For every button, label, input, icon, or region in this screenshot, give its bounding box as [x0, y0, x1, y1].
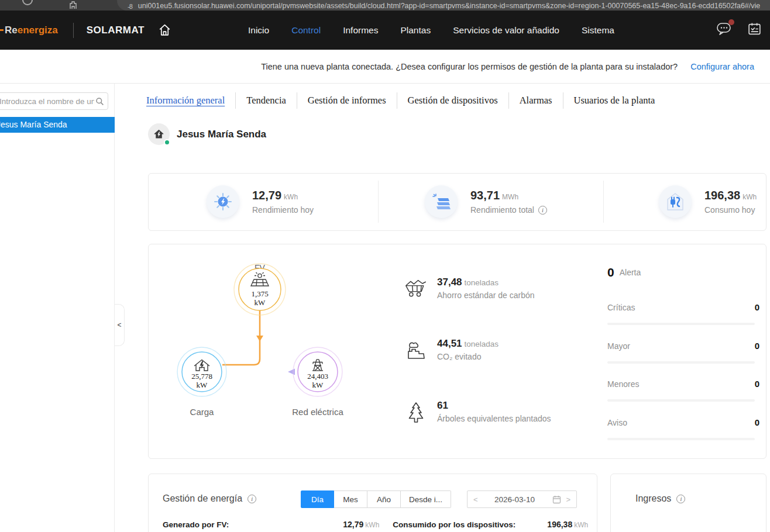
- nav-plantas[interactable]: Plantas: [400, 25, 431, 36]
- generated-unit: kWh: [365, 521, 379, 529]
- nav-sistema[interactable]: Sistema: [582, 25, 614, 36]
- date-next-arrow[interactable]: >: [566, 495, 570, 504]
- search-icon[interactable]: [95, 97, 104, 106]
- plant-online-status-dot: [164, 139, 170, 146]
- app-header: Reenergiza SOLARMAT Inicio Control Infor…: [0, 11, 770, 50]
- calendar-icon[interactable]: [552, 495, 561, 504]
- trees-label: Árboles equivalentes plantados: [437, 414, 551, 423]
- solar-panel-icon: [425, 185, 458, 218]
- plant-header: Jesus María Senda: [148, 123, 266, 145]
- consumption-today-label: Consumo hoy: [704, 205, 755, 215]
- load-node-unit: kW: [197, 381, 208, 389]
- plant-avatar: [148, 123, 170, 145]
- energy-flow-diagram: FV 1,375 kW 25,778 kW Carga: [149, 244, 394, 426]
- browser-site-info-icon[interactable]: -8: [128, 3, 132, 10]
- sidebar-collapse-handle[interactable]: <: [115, 304, 125, 346]
- coal-unit: toneladas: [465, 278, 499, 287]
- consumption-today-value: 196,38: [704, 189, 740, 202]
- period-dia-button[interactable]: Día: [301, 490, 334, 508]
- browser-extension-icon[interactable]: [69, 1, 77, 11]
- energy-management-info-icon[interactable]: i: [248, 495, 256, 503]
- notice-text: Tiene una nueva planta conectada. ¿Desea…: [261, 62, 678, 71]
- header-divider: [73, 23, 74, 38]
- alarm-label: Críticas: [607, 303, 635, 312]
- date-prev-arrow[interactable]: <: [473, 495, 478, 504]
- nav-servicios[interactable]: Servicios de valor añadido: [453, 25, 559, 36]
- plant-search-input[interactable]: [0, 97, 94, 106]
- yield-today-label: Rendimiento hoy: [252, 205, 314, 215]
- alarm-label: Aviso: [607, 418, 627, 427]
- alarm-total-label: Alerta: [620, 268, 641, 277]
- consumption-today-unit: kWh: [742, 193, 757, 201]
- plant-search-box: [0, 92, 108, 110]
- consumed-label: Consumido por los dispositivos:: [393, 520, 515, 529]
- period-segmented-control: Día Mes Año Desde i...: [301, 490, 451, 508]
- co2-unit: toneladas: [465, 340, 499, 348]
- yield-total-info-icon[interactable]: i: [538, 206, 547, 215]
- browser-chrome: -8 uni001eu5.fusionsolar.huawei.com/unip…: [0, 0, 770, 11]
- pv-node-value: 1,375: [251, 289, 268, 298]
- house-plug-icon: [659, 185, 692, 218]
- consumed-unit: kWh: [574, 521, 588, 529]
- home-icon[interactable]: [157, 23, 172, 37]
- fusionsolar-dashboard: -8 uni001eu5.fusionsolar.huawei.com/unip…: [0, 0, 770, 532]
- logo-text-re: Re: [5, 25, 18, 36]
- tab-tendencia[interactable]: Tendencia: [236, 92, 297, 109]
- env-trees-planted: 61 Árboles equivalentes plantados: [404, 400, 551, 426]
- tab-gestion-dispositivos[interactable]: Gestión de dispositivos: [397, 92, 509, 109]
- tree-icon: [404, 401, 428, 426]
- configure-now-link[interactable]: Configurar ahora: [690, 62, 754, 71]
- alarm-label: Menores: [607, 379, 639, 389]
- co2-label: CO₂ evitado: [437, 352, 499, 361]
- alarm-bar: [607, 399, 755, 402]
- alarm-value: 0: [755, 379, 759, 389]
- browser-refresh-icon[interactable]: [22, 0, 33, 5]
- tab-informacion-general[interactable]: Información general: [146, 92, 236, 109]
- yield-today-unit: kWh: [284, 193, 298, 201]
- income-title: Ingresos: [635, 493, 671, 504]
- plant-tabs: Información general Tendencia Gestión de…: [146, 92, 665, 109]
- yield-total-value: 93,71: [470, 189, 500, 202]
- date-value[interactable]: 2026-03-10: [478, 495, 552, 504]
- income-info-icon[interactable]: i: [676, 495, 685, 503]
- nav-informes[interactable]: Informes: [343, 25, 378, 36]
- alarm-row-aviso: Aviso 0: [607, 417, 759, 440]
- yield-total-unit: MWh: [502, 193, 518, 201]
- alarm-label: Mayor: [607, 341, 630, 351]
- alarm-panel: 0 Alerta Críticas 0 Mayor 0 Menores: [607, 265, 759, 279]
- tab-alarmas[interactable]: Alarmas: [509, 92, 563, 109]
- trees-value: 61: [437, 400, 448, 411]
- env-co2-avoided: 44,51toneladas CO₂ evitado: [404, 338, 499, 362]
- sidebar-plant-item[interactable]: Jesus María Senda: [0, 117, 115, 133]
- browser-address-bar[interactable]: -8 uni001eu5.fusionsolar.huawei.com/unip…: [117, 0, 770, 11]
- alarm-row-menores: Menores 0: [607, 379, 759, 402]
- tab-usuarios-planta[interactable]: Usuarios de la planta: [563, 92, 666, 109]
- browser-url[interactable]: uni001eu5.fusionsolar.huawei.com/uniport…: [138, 2, 760, 10]
- yield-today-value: 12,79: [252, 189, 281, 202]
- header-icons: [716, 22, 762, 39]
- income-card: Ingresos i: [610, 474, 766, 532]
- kpi-yield-total: 93,71MWh Rendimiento totali: [425, 185, 547, 218]
- load-node-label: Carga: [190, 407, 215, 417]
- nav-control[interactable]: Control: [291, 25, 321, 36]
- alarm-value: 0: [755, 302, 759, 312]
- logo-mark: [0, 29, 4, 31]
- messages-icon[interactable]: [716, 22, 732, 39]
- kpi-card: 12,79kWh Rendimiento hoy 93: [148, 173, 766, 231]
- factory-co2-icon: [404, 339, 428, 362]
- kpi-consumption-today: 196,38kWh Consumo hoy: [659, 185, 757, 218]
- kpi-separator: [378, 181, 379, 223]
- reenergiza-logo[interactable]: Reenergiza: [5, 25, 58, 36]
- yield-total-label: Rendimiento total: [470, 205, 534, 215]
- pv-node-unit: kW: [255, 298, 266, 307]
- period-mes-button[interactable]: Mes: [334, 490, 367, 508]
- flow-arrow-down-icon: [256, 336, 263, 341]
- nav-inicio[interactable]: Inicio: [248, 25, 269, 36]
- period-desde-button[interactable]: Desde i...: [401, 490, 451, 508]
- kpi-yield-today: 12,79kWh Rendimiento hoy: [207, 185, 314, 218]
- tab-gestion-informes[interactable]: Gestión de informes: [297, 92, 397, 109]
- tasks-calendar-icon[interactable]: [747, 22, 762, 39]
- logo-text-energiza: energiza: [18, 25, 58, 36]
- load-node-value: 25,778: [191, 372, 212, 381]
- period-ano-button[interactable]: Año: [367, 490, 401, 508]
